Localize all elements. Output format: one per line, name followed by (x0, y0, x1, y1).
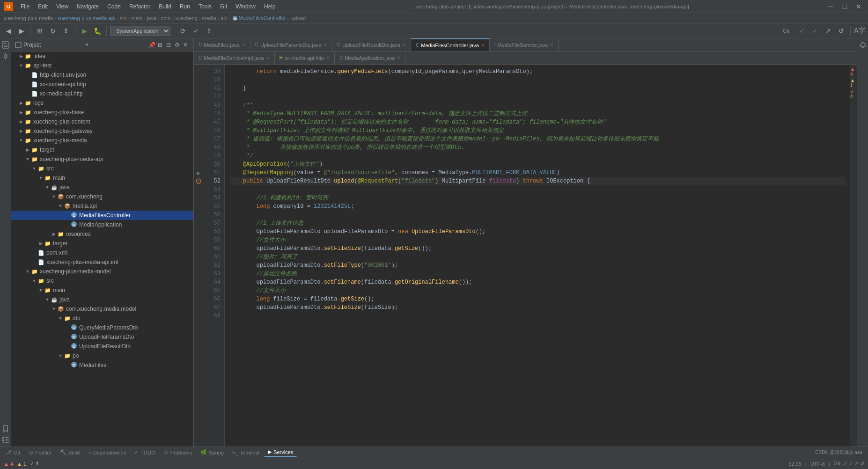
tree-item-target1[interactable]: ▶ 📁 target (11, 145, 193, 154)
sidebar-settings-btn[interactable]: ⚙ (173, 41, 181, 49)
sidebar-dropdown-icon[interactable]: ▼ (85, 42, 89, 47)
sidebar-close-btn[interactable]: ✕ (181, 41, 190, 49)
breadcrumb-6[interactable]: com (161, 15, 171, 21)
breadcrumb-3[interactable]: src (120, 15, 127, 21)
tree-item-pom[interactable]: 📄 pom.xml (11, 248, 193, 257)
breadcrumb-8[interactable]: media (202, 15, 216, 21)
sidebar-pin-btn[interactable]: 📌 (147, 41, 156, 49)
menu-tools[interactable]: Tools (195, 2, 215, 11)
tree-item-resources[interactable]: ▶ 📁 resources (11, 229, 193, 239)
breadcrumb-10[interactable]: mMediaFilesController (232, 15, 286, 21)
tree-item-gateway[interactable]: ▶ 📁 xuecheng-plus-gateway (11, 126, 193, 136)
tree-item-upload-params-dto[interactable]: C UploadFileParamsDto (11, 332, 193, 342)
tree-item-content[interactable]: ▶ 📁 xuecheng-plus-content (11, 117, 193, 126)
git-check2-btn[interactable]: ✓ (809, 25, 821, 37)
tab-close-btn[interactable]: ✕ (326, 55, 330, 60)
tab-upload-result[interactable]: C UploadFileResultDto.java ✕ (332, 38, 411, 51)
tree-item-model-java[interactable]: ▼ ☕ java (11, 295, 193, 304)
menu-file[interactable]: File (17, 2, 33, 11)
breadcrumb-2[interactable]: xuecheng-plus-media-api (58, 15, 116, 21)
run-config-dropdown[interactable]: SystemApplication (110, 26, 170, 36)
tab-close-btn[interactable]: ✕ (324, 42, 327, 47)
tree-item-media-api-pkg[interactable]: ▼ 📦 media.api (11, 201, 193, 211)
tree-item-media-app[interactable]: C MediaApplication (11, 220, 193, 229)
close-btn[interactable]: ✕ (853, 1, 864, 12)
tree-item-model-pkg[interactable]: ▼ 📦 com.xuecheng.media.model (11, 304, 193, 314)
tree-item-media[interactable]: ▼ 📁 xuecheng-plus-media (11, 136, 193, 145)
sidebar-tree[interactable]: ▶ 📁 .idea ▼ 📁 api-test 📄 http-client.env… (11, 51, 193, 447)
tree-item-target2[interactable]: ▶ 📁 target (11, 239, 193, 248)
project-icon[interactable] (1, 40, 10, 50)
bottom-tab-build[interactable]: 🔨 Build (56, 448, 83, 456)
git-commit-btn[interactable]: ✓ (191, 25, 202, 37)
tab-close-btn[interactable]: ✕ (550, 42, 553, 47)
right-scrollbar-bar[interactable]: ▲ 4 ▲ 1 ✓ 4 (850, 65, 857, 447)
git-undo-btn[interactable]: ↺ (836, 25, 847, 37)
tree-item-iml[interactable]: 📄 xuecheng-plus-media-api.iml (11, 257, 193, 267)
run-btn[interactable]: ▶ (79, 25, 90, 37)
bottom-tab-spring[interactable]: 🌿 Spring (197, 448, 228, 456)
code-editor[interactable]: ▶ ! (194, 65, 857, 447)
menu-build[interactable]: Build (155, 2, 175, 11)
tree-item-main[interactable]: ▼ 📁 main (11, 173, 193, 183)
menu-run[interactable]: Run (176, 2, 194, 11)
tab-upload-params[interactable]: C UploadFileParamsDto.java ✕ (250, 38, 332, 51)
menu-edit[interactable]: Edit (34, 2, 51, 11)
tab-xc-media-http[interactable]: H xc-media-api.http ✕ (275, 51, 335, 65)
tree-item-dto[interactable]: ▼ 📁 dto (11, 314, 193, 323)
tree-item-po[interactable]: ▼ 📁 po (11, 351, 193, 360)
tree-item-http1[interactable]: 📄 http-client.env.json (11, 70, 193, 80)
tree-item-model-main[interactable]: ▼ 📁 main (11, 286, 193, 295)
tree-item-media-files[interactable]: C MediaFiles (11, 360, 193, 370)
debug-btn[interactable]: 🐛 (92, 25, 103, 37)
menu-refactor[interactable]: Refactor (125, 2, 154, 11)
structure-icon[interactable] (1, 435, 10, 445)
tab-media-files[interactable]: C MediaFiles.java ✕ (194, 38, 250, 51)
breadcrumb-7[interactable]: xuecheng (175, 15, 198, 21)
bottom-tab-dependencies[interactable]: ≡ Dependencies (84, 449, 130, 456)
tab-media-file-service[interactable]: I MediaFileService.java ✕ (490, 38, 559, 51)
breadcrumb-4[interactable]: main (131, 15, 142, 21)
tree-item-http2[interactable]: 📄 xc-content-api.http (11, 80, 193, 89)
tab-close-btn[interactable]: ✕ (397, 55, 400, 60)
menu-git[interactable]: Git (216, 2, 231, 11)
tree-item-java[interactable]: ▼ ☕ java (11, 183, 193, 192)
git-arrow-btn[interactable]: ↗ (823, 25, 834, 37)
tab-close-btn[interactable]: ✕ (266, 55, 270, 60)
tree-item-logs[interactable]: ▶ 📁 logs (11, 98, 193, 108)
bottom-tab-todo[interactable]: ✓ TODO (131, 448, 159, 456)
git-update-btn[interactable]: ⟳ (177, 25, 189, 37)
bottom-tab-terminal[interactable]: >_ Terminal (228, 449, 263, 456)
tab-close-btn[interactable]: ✕ (402, 42, 406, 47)
tree-item-src[interactable]: ▼ 📁 src (11, 164, 193, 173)
bottom-tab-services[interactable]: ▶ Services (264, 448, 297, 457)
tree-item-upload-result-dto[interactable]: C UploadFileResultDto (11, 342, 193, 351)
breadcrumb-11[interactable]: upload (290, 15, 306, 21)
code-content[interactable]: return mediaFileService.queryMediaFiels(… (225, 65, 850, 447)
project-view-btn[interactable]: ⊞ (34, 25, 45, 37)
tree-item-model-src[interactable]: ▼ 📁 src (11, 276, 193, 286)
commit-icon[interactable] (1, 51, 10, 61)
bottom-tab-git[interactable]: ⎇ Git (2, 448, 24, 456)
bottom-tab-profiler[interactable]: ◎ Profiler (25, 448, 55, 456)
sidebar-collapse-all-btn[interactable]: ⊟ (164, 41, 173, 49)
sidebar-expand-all-btn[interactable]: ⊞ (156, 41, 164, 49)
menu-navigate[interactable]: Navigate (73, 2, 103, 11)
tree-item-model[interactable]: ▼ 📁 xuecheng-plus-media-model (11, 267, 193, 276)
menu-code[interactable]: Code (103, 2, 125, 11)
minimize-btn[interactable]: ─ (825, 1, 836, 12)
tree-item-api-test[interactable]: ▼ 📁 api-test (11, 61, 193, 70)
bottom-tab-problems[interactable]: ⚠ Problems (160, 448, 196, 456)
back-btn[interactable]: ◀ (3, 25, 14, 37)
breadcrumb-9[interactable]: api (221, 15, 228, 21)
git-push-btn[interactable]: ⇪ (204, 25, 215, 37)
breadcrumb-1[interactable]: xuecheng-plus-media (4, 15, 53, 21)
tree-item-query-dto[interactable]: C QueryMediaParamsDto (11, 323, 193, 332)
maximize-btn[interactable]: □ (839, 1, 850, 12)
tree-item-media-api[interactable]: ▼ 📁 xuecheng-plus-media-api (11, 154, 193, 164)
menu-view[interactable]: View (52, 2, 72, 11)
tree-item-http3[interactable]: 📄 xc-media-api.http (11, 89, 193, 98)
tab-service-impl[interactable]: C MediaFileServiceImpl.java ✕ (194, 51, 275, 65)
notifications-icon[interactable] (858, 40, 868, 50)
sync-btn[interactable]: ↻ (47, 25, 59, 37)
